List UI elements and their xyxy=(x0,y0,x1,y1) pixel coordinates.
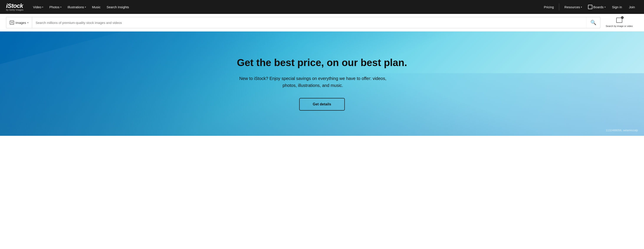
search-submit-button[interactable]: 🔍 xyxy=(586,17,600,28)
logo-brand: iStock xyxy=(6,3,24,9)
nav-item-search-insights[interactable]: Search Insights xyxy=(104,4,132,11)
nav-boards[interactable]: Boards ▾ xyxy=(586,3,608,11)
search-type-label: Images xyxy=(16,21,26,25)
search-by-image-label: Search by image or video xyxy=(606,25,633,28)
chevron-down-icon: ▾ xyxy=(581,6,582,8)
nav-divider xyxy=(559,4,559,11)
sign-in-button[interactable]: Sign in xyxy=(609,4,625,11)
join-button[interactable]: Join xyxy=(626,4,638,11)
nav-item-photos[interactable]: Photos ▾ xyxy=(47,4,64,11)
nav-resources[interactable]: Resources ▾ xyxy=(562,4,584,11)
nav-right: Pricing Resources ▾ Boards ▾ Sign in Joi… xyxy=(541,3,638,11)
hero-subtitle: New to iStock? Enjoy special savings on … xyxy=(237,75,389,89)
upload-icon: + xyxy=(616,18,622,24)
nav-pricing[interactable]: Pricing xyxy=(541,4,556,11)
boards-icon xyxy=(588,5,592,9)
search-icon: 🔍 xyxy=(590,20,596,26)
hero-section: Get the best price, on our best plan. Ne… xyxy=(0,32,644,136)
hero-cta-button[interactable]: Get details xyxy=(299,98,344,111)
chevron-down-icon: ▾ xyxy=(60,6,62,8)
nav-music-label: Music xyxy=(92,5,100,9)
chevron-down-icon: ▾ xyxy=(42,6,43,8)
logo[interactable]: iStock by Getty Images xyxy=(6,3,24,11)
watermark: 1132488056, selamiozalp xyxy=(606,129,638,132)
nav-illustrations-label: Illustrations xyxy=(68,5,84,9)
nav-search-insights-label: Search Insights xyxy=(106,5,129,9)
nav-item-video[interactable]: Video ▾ xyxy=(30,4,46,11)
nav-video-label: Video xyxy=(33,5,41,9)
chevron-down-icon: ▾ xyxy=(85,6,86,8)
image-type-icon: 🖼 xyxy=(10,21,14,25)
nav-item-music[interactable]: Music xyxy=(90,4,103,11)
search-section: 🖼 Images ▾ 🔍 + Search by image or video xyxy=(0,14,644,32)
navbar: iStock by Getty Images Video ▾ Photos ▾ … xyxy=(0,0,644,14)
hero-content: Get the best price, on our best plan. Ne… xyxy=(237,57,407,110)
nav-left: Video ▾ Photos ▾ Illustrations ▾ Music S… xyxy=(30,4,541,11)
nav-item-illustrations[interactable]: Illustrations ▾ xyxy=(65,4,88,11)
nav-photos-label: Photos xyxy=(49,5,60,9)
search-bar: 🖼 Images ▾ 🔍 xyxy=(6,17,600,28)
search-by-image-button[interactable]: + Search by image or video xyxy=(600,17,638,28)
logo-sub: by Getty Images xyxy=(6,9,24,11)
chevron-down-icon: ▾ xyxy=(27,22,28,24)
chevron-down-icon: ▾ xyxy=(604,6,606,8)
search-type-selector[interactable]: 🖼 Images ▾ xyxy=(6,17,32,28)
search-input[interactable] xyxy=(32,17,586,28)
hero-title: Get the best price, on our best plan. xyxy=(237,57,407,69)
